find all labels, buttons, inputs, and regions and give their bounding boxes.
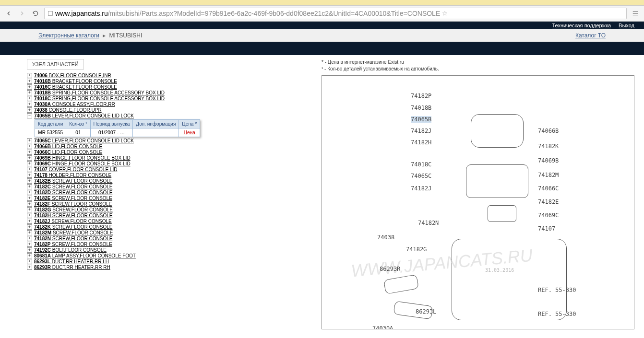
part-link[interactable]: 74182B SCREW,FLOOR CONSOLE: [34, 178, 112, 184]
expand-icon[interactable]: +: [27, 184, 32, 189]
reload-button[interactable]: [31, 9, 40, 18]
expand-icon[interactable]: +: [27, 79, 32, 84]
diagram-label[interactable]: 74066C: [538, 185, 559, 192]
expand-icon[interactable]: +: [27, 90, 32, 95]
part-link[interactable]: 74182H SCREW,FLOOR CONSOLE: [34, 213, 112, 218]
diagram-label[interactable]: 74069C: [538, 212, 559, 219]
part-link[interactable]: 74182G SCREW,FLOOR CONSOLE: [34, 207, 113, 212]
expand-icon[interactable]: +: [27, 230, 32, 235]
part-link[interactable]: 74107 COVER,FLOOR CONSOLE LID: [34, 167, 117, 172]
expand-icon[interactable]: +: [27, 224, 32, 230]
expand-icon[interactable]: +: [27, 107, 32, 113]
part-link[interactable]: 74038 CONSOLE,FLOOR,UPR: [34, 107, 102, 113]
expand-icon[interactable]: +: [27, 219, 32, 224]
expand-icon[interactable]: +: [27, 201, 32, 207]
collapse-icon[interactable]: −: [27, 113, 32, 118]
diagram-label[interactable]: REF. 55-330: [538, 287, 576, 293]
diagram-label[interactable]: 74182P: [411, 93, 431, 99]
part-link[interactable]: 80681A LAMP ASSY,FLOOR CONSOLE FOOT: [34, 253, 136, 258]
expand-icon[interactable]: +: [27, 84, 32, 90]
menu-icon[interactable]: [631, 9, 640, 18]
part-link[interactable]: 74006 BOX,FLOOR CONSOLE,INR: [34, 73, 111, 78]
part-link[interactable]: 74182N SCREW,FLOOR CONSOLE: [34, 236, 112, 241]
forward-button[interactable]: [17, 9, 27, 18]
part-link[interactable]: 74182E SCREW,FLOOR CONSOLE: [34, 196, 112, 201]
diagram-label[interactable]: 86293L: [416, 308, 436, 315]
part-link[interactable]: 74182P SCREW,FLOOR CONSOLE: [34, 242, 112, 247]
expand-icon[interactable]: +: [27, 96, 32, 101]
expand-icon[interactable]: +: [27, 144, 32, 149]
diagram-label[interactable]: 74065C: [411, 173, 431, 179]
diagram-label[interactable]: 74182J: [411, 128, 431, 134]
part-link[interactable]: 74065C LEVER,FLOOR CONSOLE LID LOCK: [34, 138, 134, 143]
expand-icon[interactable]: +: [27, 242, 32, 247]
part-link[interactable]: 86293R DUCT,RR HEATER,RR RH: [34, 265, 110, 270]
part-link[interactable]: 74016C BRACKET,FLOOR CONSOLE: [34, 84, 117, 90]
diagram-label[interactable]: 74038: [377, 234, 394, 241]
part-link[interactable]: 74182D SCREW,FLOOR CONSOLE: [34, 190, 112, 195]
part-link[interactable]: 74069C HINGE,FLOOR CONSOLE BOX LID: [34, 161, 131, 166]
part-link[interactable]: 74182F SCREW,FLOOR CONSOLE: [34, 201, 112, 207]
back-button[interactable]: [4, 9, 13, 18]
part-link[interactable]: 74182C SCREW,FLOOR CONSOLE: [34, 184, 112, 189]
diagram-label[interactable]: 74182N: [418, 220, 439, 226]
diagram-label[interactable]: 74030A: [372, 325, 393, 329]
diagram-label[interactable]: REF. 55-330: [538, 311, 576, 317]
expand-icon[interactable]: +: [27, 155, 32, 161]
expand-icon[interactable]: +: [27, 161, 32, 166]
part-link[interactable]: 74066C LID,FLOOR CONSOLE: [34, 150, 102, 155]
expand-icon[interactable]: +: [27, 150, 32, 155]
diagram-label[interactable]: 74018C: [411, 161, 431, 168]
part-link[interactable]: 74192C BOLT,FLOOR CONSOLE: [34, 247, 107, 253]
expand-icon[interactable]: +: [27, 102, 32, 107]
expand-icon[interactable]: +: [27, 196, 32, 201]
part-link[interactable]: 74018B SPRING,FLOOR CONSOLE ACCESSORY BO…: [34, 90, 165, 95]
catalog-to-link[interactable]: Каталог ТО: [575, 32, 606, 39]
breadcrumb-catalogs[interactable]: Электронные каталоги: [38, 32, 99, 39]
expand-icon[interactable]: +: [27, 213, 32, 218]
logout-link[interactable]: Выход: [619, 23, 634, 28]
diagram-label[interactable]: 74182E: [538, 198, 559, 205]
expand-icon[interactable]: +: [27, 265, 32, 270]
address-bar[interactable]: www.japancats.ru/mitsubishi/Parts.aspx?M…: [44, 8, 627, 19]
bookmark-icon[interactable]: [442, 11, 448, 16]
part-link[interactable]: 74030A CONSOLE ASSY,FLOOR,RR: [34, 102, 115, 107]
support-link[interactable]: Техническая поддержка: [552, 23, 611, 28]
expand-icon[interactable]: +: [27, 236, 32, 241]
expand-icon[interactable]: +: [27, 73, 32, 78]
diagram-label[interactable]: 74182K: [538, 143, 559, 150]
part-link[interactable]: 74069B HINGE,FLOOR CONSOLE BOX LID: [34, 155, 131, 161]
diagram-label[interactable]: 74182G: [406, 246, 427, 253]
expand-icon[interactable]: +: [27, 173, 32, 178]
part-link[interactable]: 74178 HOLDER,FLOOR CONSOLE: [34, 173, 111, 178]
diagram[interactable]: WWW.JAPANCATS.RU 31.03.2016 74182P74018B…: [322, 75, 634, 329]
part-link[interactable]: 74018C SPRING,FLOOR CONSOLE ACCESSORY BO…: [34, 96, 165, 101]
diagram-label[interactable]: 74182J: [411, 185, 431, 192]
diagram-label[interactable]: 74018B: [411, 105, 431, 111]
expand-icon[interactable]: +: [27, 259, 32, 264]
part-link[interactable]: 74182M SCREW,FLOOR CONSOLE: [34, 230, 113, 235]
part-link[interactable]: 74182J SCREW,FLOOR CONSOLE: [34, 219, 112, 224]
diagram-label[interactable]: 74065B: [411, 116, 431, 123]
diagram-label[interactable]: 86293R: [380, 266, 400, 272]
diagram-label[interactable]: 74182M: [538, 172, 559, 178]
diagram-label[interactable]: 74069B: [538, 157, 559, 164]
diagram-label[interactable]: 74107: [538, 225, 555, 232]
part-link[interactable]: 74065B LEVER,FLOOR CONSOLE LID LOCK: [34, 113, 134, 118]
expand-icon[interactable]: +: [27, 253, 32, 258]
expand-icon[interactable]: +: [27, 167, 32, 172]
parts-tab[interactable]: УЗЕЛ ЗАПЧАСТЕЙ: [27, 59, 84, 70]
expand-icon[interactable]: +: [27, 207, 32, 212]
part-link[interactable]: 74182K SCREW,FLOOR CONSOLE: [34, 224, 112, 230]
part-link[interactable]: 74016B BRACKET,FLOOR CONSOLE: [34, 79, 117, 84]
expand-icon[interactable]: +: [27, 247, 32, 253]
part-link[interactable]: 86293L DUCT,RR HEATER,RR LH: [34, 259, 109, 264]
diagram-shape-cover: [488, 205, 516, 222]
expand-icon[interactable]: +: [27, 190, 32, 195]
part-link[interactable]: 74066B LID,FLOOR CONSOLE: [34, 144, 102, 149]
expand-icon[interactable]: +: [27, 178, 32, 184]
expand-icon[interactable]: +: [27, 138, 32, 143]
td-price[interactable]: Цена: [179, 128, 200, 137]
diagram-label[interactable]: 74066B: [538, 128, 559, 134]
diagram-label[interactable]: 74182H: [411, 139, 431, 146]
